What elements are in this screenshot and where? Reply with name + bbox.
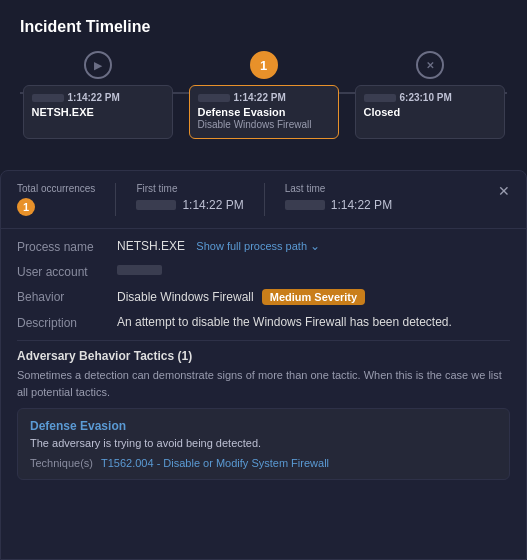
detail-panel: ✕ Total occurrences 1 First time 1:14:22…	[0, 170, 527, 560]
user-account-key: User account	[17, 264, 117, 279]
behavior-row: Behavior Disable Windows Firewall Medium…	[17, 289, 510, 305]
node-1-card: 1:14:22 PM NETSH.EXE	[23, 85, 173, 139]
user-account-thumb	[117, 265, 162, 275]
process-name-row: Process name NETSH.EXE Show full process…	[17, 239, 510, 254]
process-name-text: NETSH.EXE	[117, 239, 185, 253]
last-time-label: Last time	[285, 183, 392, 194]
user-account-val	[117, 264, 510, 278]
description-key: Description	[17, 315, 117, 330]
adversary-description: Sometimes a detection can demonstrate si…	[17, 367, 510, 400]
process-name-val: NETSH.EXE Show full process path	[117, 239, 510, 253]
first-time-label: First time	[136, 183, 243, 194]
node-2-thumb	[198, 94, 230, 102]
description-row: Description An attempt to disable the Wi…	[17, 315, 510, 330]
page-title: Incident Timeline	[0, 0, 527, 50]
timeline-nodes: 1:14:22 PM NETSH.EXE 1 1:14:22 PM Defens…	[20, 51, 507, 139]
close-circle-icon	[426, 59, 434, 71]
node-1-thumb	[32, 94, 64, 102]
divider	[17, 340, 510, 341]
behavior-val: Disable Windows Firewall Medium Severity	[117, 289, 510, 305]
first-time-value: 1:14:22 PM	[136, 198, 243, 212]
panel-header: ✕ Total occurrences 1 First time 1:14:22…	[1, 171, 526, 229]
play-icon	[94, 59, 102, 71]
node-3-thumb	[364, 94, 396, 102]
node-1-label: NETSH.EXE	[32, 106, 164, 118]
show-full-path-link[interactable]: Show full process path	[196, 240, 320, 252]
stat-last-time: Last time 1:14:22 PM	[285, 183, 412, 216]
node-3-time-text: 6:23:10 PM	[400, 92, 452, 103]
first-time-thumb	[136, 200, 176, 210]
last-time-value: 1:14:22 PM	[285, 198, 392, 212]
description-val: An attempt to disable the Windows Firewa…	[117, 315, 510, 329]
last-time-text: 1:14:22 PM	[331, 198, 392, 212]
node-2-time-text: 1:14:22 PM	[234, 92, 286, 103]
timeline-node-2[interactable]: 1 1:14:22 PM Defense Evasion Disable Win…	[186, 51, 341, 139]
adversary-card-body: The adversary is trying to avoid being d…	[30, 437, 497, 449]
user-account-row: User account	[17, 264, 510, 279]
first-time-text: 1:14:22 PM	[182, 198, 243, 212]
occurrences-value: 1	[17, 198, 95, 216]
node-2-time: 1:14:22 PM	[198, 92, 330, 103]
occurrences-badge: 1	[17, 198, 35, 216]
technique-link[interactable]: T1562.004 - Disable or Modify System Fir…	[101, 457, 329, 469]
detail-content: Process name NETSH.EXE Show full process…	[1, 229, 526, 547]
stat-first-time: First time 1:14:22 PM	[136, 183, 264, 216]
behavior-text: Disable Windows Firewall	[117, 290, 254, 304]
node-3-circle	[416, 51, 444, 79]
node-3-time: 6:23:10 PM	[364, 92, 496, 103]
panel-stats: Total occurrences 1 First time 1:14:22 P…	[17, 183, 510, 216]
node-2-card: 1:14:22 PM Defense Evasion Disable Windo…	[189, 85, 339, 139]
panel-close-button[interactable]: ✕	[494, 181, 514, 201]
process-name-key: Process name	[17, 239, 117, 254]
show-full-path-text: Show full process path	[196, 240, 307, 252]
incident-timeline: 1:14:22 PM NETSH.EXE 1 1:14:22 PM Defens…	[0, 50, 527, 140]
chevron-down-icon	[310, 240, 320, 252]
severity-badge: Medium Severity	[262, 289, 365, 305]
technique-row: Technique(s) T1562.004 - Disable or Modi…	[30, 457, 497, 469]
technique-key: Technique(s)	[30, 457, 93, 469]
node-1-circle	[84, 51, 112, 79]
last-time-thumb	[285, 200, 325, 210]
timeline-node-3[interactable]: 6:23:10 PM Closed	[352, 51, 507, 139]
behavior-key: Behavior	[17, 289, 117, 304]
node-3-label: Closed	[364, 106, 496, 118]
node-2-sublabel: Disable Windows Firewall	[198, 119, 330, 130]
stat-occurrences: Total occurrences 1	[17, 183, 116, 216]
adversary-card: Defense Evasion The adversary is trying …	[17, 408, 510, 480]
node-3-card: 6:23:10 PM Closed	[355, 85, 505, 139]
node-2-label: Defense Evasion	[198, 106, 330, 118]
adversary-card-title[interactable]: Defense Evasion	[30, 419, 497, 433]
occurrences-label: Total occurrences	[17, 183, 95, 194]
node-1-time-text: 1:14:22 PM	[68, 92, 120, 103]
timeline-node-1[interactable]: 1:14:22 PM NETSH.EXE	[20, 51, 175, 139]
adversary-header: Adversary Behavior Tactics (1)	[17, 349, 510, 363]
node-2-circle: 1	[250, 51, 278, 79]
node-1-time: 1:14:22 PM	[32, 92, 164, 103]
